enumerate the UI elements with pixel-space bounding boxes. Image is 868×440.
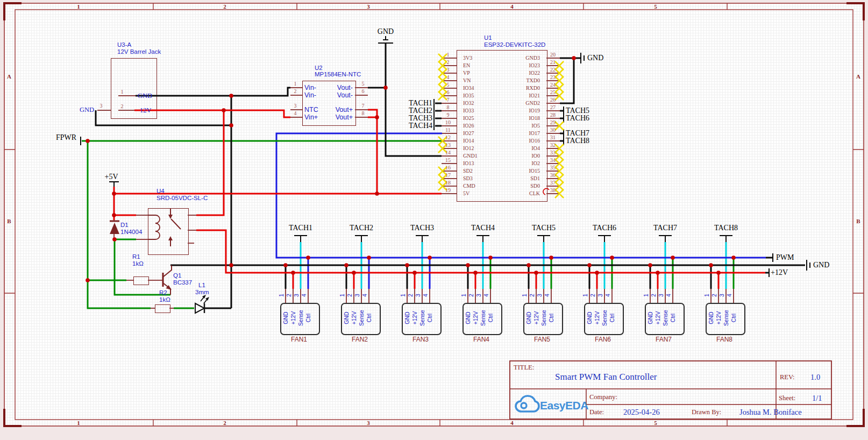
frame-column-label: 4 xyxy=(510,4,514,10)
u3-value[interactable]: 12V Barrel Jack xyxy=(117,49,161,55)
u1-value[interactable]: ESP32-DEVKITC-32D xyxy=(484,42,545,48)
date-value[interactable]: 2025-04-26 xyxy=(623,408,660,416)
junction-dot xyxy=(112,213,116,217)
frame-column-label: 3 xyxy=(367,420,370,426)
junction-dot xyxy=(344,263,348,267)
u1-pin-number: 38 xyxy=(550,188,556,193)
fan-connector-label: FAN5 xyxy=(534,336,550,343)
net-flag-tach: TACH5 xyxy=(566,107,589,115)
u4-value[interactable]: SRD-05VDC-SL-C xyxy=(156,195,208,202)
u2-value[interactable]: MP1584EN-NTC xyxy=(315,72,361,78)
u1-pin-number: 4 xyxy=(447,75,450,80)
junction-dot xyxy=(595,271,599,275)
junction-dot xyxy=(86,278,90,282)
fan-pin-number: 4 xyxy=(423,294,429,297)
u2-pin-name: Vout+ xyxy=(336,107,353,113)
net-flag-tach: TACH3 xyxy=(409,115,432,122)
fan-pin-number: 4 xyxy=(727,294,732,297)
u1-pin-number: 33 xyxy=(550,150,556,155)
rev-value[interactable]: 1.0 xyxy=(810,373,820,381)
fan-connector-label: FAN2 xyxy=(352,336,368,343)
fan-pin-number: 3 xyxy=(294,294,300,297)
u1-pin-name: IO4 xyxy=(531,146,540,151)
u1-pin-name: TXD0 xyxy=(526,78,540,83)
drawn-by-value[interactable]: Joshua M. Boniface xyxy=(739,408,802,416)
junction-dot xyxy=(375,191,379,196)
u1-pin-number: 29 xyxy=(550,120,556,125)
easyeda-cloud-icon xyxy=(516,396,539,411)
u2-ref[interactable]: U2 xyxy=(315,65,323,72)
u2-pin-number: 1 xyxy=(294,81,297,87)
fan-pin-number: 1 xyxy=(522,294,528,297)
power-flag-5v: +5V xyxy=(104,173,118,181)
q1-value[interactable]: BC337 xyxy=(173,280,192,286)
sheet-label: Sheet: xyxy=(779,395,795,402)
u2-pin-number: 6 xyxy=(362,89,365,94)
u1-pin-name: GND3 xyxy=(525,55,540,61)
junction-dot xyxy=(383,86,388,90)
no-connect-x-marks xyxy=(438,54,564,198)
fan-pin-number: 2 xyxy=(530,294,535,297)
fan-pin-name: Sense xyxy=(723,310,729,326)
u3-pin2-number: 2 xyxy=(121,104,124,109)
sheet-value[interactable]: 1/1 xyxy=(812,394,822,402)
sheet-title[interactable]: Smart PWM Fan Controller xyxy=(555,372,657,381)
fan-pin-number: 1 xyxy=(461,294,467,297)
net-flag-fpwr: FPWR xyxy=(56,134,76,141)
u2-pin-name: Vout- xyxy=(337,92,353,99)
d1-ref[interactable]: D1 xyxy=(120,222,129,229)
u1-pin-name: IO21 xyxy=(529,93,540,98)
r2-ref[interactable]: R2 xyxy=(159,290,167,296)
fan-pin-name: +12V xyxy=(290,311,296,325)
d1-value[interactable]: 1N4004 xyxy=(120,229,142,236)
junction-dot xyxy=(473,271,478,275)
r1-value[interactable]: 1kΩ xyxy=(132,261,144,267)
schematic-canvas: EasyEDA U3-A 12V Barrel Jack 1 2 3 GND 1… xyxy=(0,0,868,440)
led-triangle[interactable] xyxy=(195,303,204,313)
r2-value[interactable]: 1kΩ xyxy=(159,297,170,303)
fan-pin-number: 1 xyxy=(279,294,284,297)
wire-layer: EasyEDA xyxy=(0,0,868,440)
u1-pin-number: 18 xyxy=(445,180,451,186)
r1-ref[interactable]: R1 xyxy=(132,254,140,260)
u1-pin-name: IO33 xyxy=(463,108,474,113)
u1-pin-name: IO15 xyxy=(529,168,540,174)
u2-pin-name: Vout+ xyxy=(336,114,353,121)
fan-pin-name: GND xyxy=(404,311,410,324)
junction-dot xyxy=(352,271,356,275)
u4-ref[interactable]: U4 xyxy=(156,188,165,195)
l1-value[interactable]: 3mm xyxy=(195,289,209,296)
junction-dot xyxy=(648,263,652,267)
fan-pin-number: 2 xyxy=(287,294,292,297)
q1-ref[interactable]: Q1 xyxy=(173,273,181,279)
u1-ref[interactable]: U1 xyxy=(484,35,492,41)
fan-pin-name: GND xyxy=(283,311,289,324)
junction-dot xyxy=(656,271,660,275)
u1-pin-number: 32 xyxy=(550,143,556,148)
u1-pin-name: 5V xyxy=(463,191,469,196)
junction-dot xyxy=(405,263,409,267)
u3-ref[interactable]: U3-A xyxy=(117,42,131,48)
u1-pin-name: GND2 xyxy=(525,101,540,106)
junction-dot xyxy=(549,256,553,260)
junction-dot xyxy=(375,115,379,119)
fan-connector-label: FAN6 xyxy=(595,336,611,343)
u1-pin-name: IO17 xyxy=(529,131,540,136)
net-flag-tach-fan: TACH8 xyxy=(714,224,738,232)
u1-pin-number: 21 xyxy=(550,60,556,65)
u1-pin-name: IO19 xyxy=(529,108,540,113)
u1-pin-number: 5 xyxy=(447,82,450,88)
fan-pin-name: +12V xyxy=(594,311,600,325)
fan-pin-number: 1 xyxy=(401,294,406,297)
l1-ref[interactable]: L1 xyxy=(198,282,205,289)
company-label: Company: xyxy=(589,394,617,401)
u1-pin-name: GND1 xyxy=(463,153,478,159)
u1-pin-number: 27 xyxy=(550,105,556,110)
u1-pin-number: 20 xyxy=(550,52,556,58)
junction-dot xyxy=(466,263,470,267)
easyeda-logo[interactable]: EasyEDA xyxy=(516,396,588,411)
diode-triangle[interactable] xyxy=(110,223,119,234)
fan-pin-name: Ctrl xyxy=(305,314,311,322)
u1-pin-number: 36 xyxy=(550,173,556,178)
u1-pin-name: RXD0 xyxy=(526,86,540,91)
